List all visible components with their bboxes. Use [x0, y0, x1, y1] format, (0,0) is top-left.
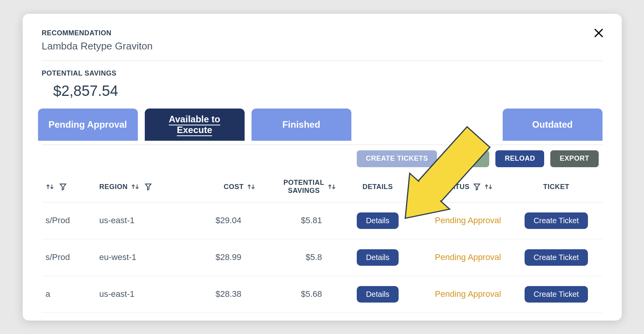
cell-name: a: [42, 289, 99, 299]
sort-icon[interactable]: [247, 183, 257, 191]
col-region-label: REGION: [99, 183, 128, 191]
col-cost-label: COST: [223, 183, 243, 191]
recommendation-label: RECOMMENDATION: [42, 29, 603, 37]
cell-region: eu-west-1: [99, 252, 188, 262]
table-row: s/Prod us-east-1 $29.04 $5.81 Details Pe…: [42, 202, 603, 239]
cell-cost: $28.99: [188, 252, 257, 262]
tabs-row: Pending Approval Available to Execute Fi…: [38, 109, 603, 141]
filter-icon[interactable]: [59, 183, 67, 191]
col-details-label: DETAILS: [363, 183, 393, 191]
cell-status: Pending Approval: [418, 216, 518, 225]
col-savings-label-1: POTENTIAL: [283, 179, 324, 187]
divider: [42, 145, 603, 145]
execute-button[interactable]: EXEC: [443, 150, 489, 167]
cell-status: Pending Approval: [418, 289, 518, 299]
details-button[interactable]: Details: [357, 212, 399, 229]
recommendation-modal: RECOMMENDATION Lambda Retype Graviton PO…: [23, 14, 622, 321]
cell-name: s/Prod: [42, 252, 99, 262]
cell-status: Pending Approval: [418, 252, 518, 262]
create-ticket-button[interactable]: Create Ticket: [525, 286, 588, 303]
create-ticket-button[interactable]: Create Ticket: [525, 249, 588, 266]
cell-name: s/Prod: [42, 216, 99, 225]
close-icon: [593, 27, 605, 39]
table-header: REGION COST POTENTIAL SAVINGS DETAILS ST…: [42, 175, 603, 202]
cell-savings: $5.8: [257, 252, 338, 262]
action-buttons: CREATE TICKETS EXEC RELOAD EXPORT: [42, 150, 603, 167]
create-ticket-button[interactable]: Create Ticket: [525, 212, 588, 229]
cell-region: us-east-1: [99, 289, 188, 299]
sort-icon[interactable]: [484, 183, 494, 191]
table-row: a us-east-1 $28.38 $5.68 Details Pending…: [42, 276, 603, 313]
cell-savings: $5.68: [257, 289, 338, 299]
savings-value: $2,857.54: [53, 83, 603, 99]
filter-icon[interactable]: [144, 183, 152, 191]
cell-cost: $28.38: [188, 289, 257, 299]
savings-table: REGION COST POTENTIAL SAVINGS DETAILS ST…: [42, 175, 603, 313]
divider: [42, 61, 603, 61]
tab-outdated[interactable]: Outdated: [503, 109, 603, 141]
sort-icon[interactable]: [131, 183, 141, 191]
tab-pending-approval[interactable]: Pending Approval: [38, 109, 138, 141]
create-tickets-button[interactable]: CREATE TICKETS: [357, 150, 437, 167]
tab-finished[interactable]: Finished: [252, 109, 351, 141]
col-savings-label-2: SAVINGS: [283, 187, 324, 195]
cell-cost: $29.04: [188, 216, 257, 225]
cell-region: us-east-1: [99, 216, 188, 225]
tab-available-to-execute[interactable]: Available to Execute: [145, 109, 245, 141]
table-row: s/Prod eu-west-1 $28.99 $5.8 Details Pen…: [42, 239, 603, 276]
sort-icon[interactable]: [46, 183, 56, 191]
sort-icon[interactable]: [328, 183, 338, 191]
export-button[interactable]: EXPORT: [550, 150, 598, 167]
details-button[interactable]: Details: [357, 286, 399, 303]
reload-button[interactable]: RELOAD: [495, 150, 544, 167]
close-button[interactable]: [591, 25, 606, 42]
savings-label: POTENTIAL SAVINGS: [42, 69, 603, 77]
col-status-label: STATUS: [442, 183, 469, 191]
recommendation-title: Lambda Retype Graviton: [42, 40, 603, 52]
cell-savings: $5.81: [257, 216, 338, 225]
filter-icon[interactable]: [473, 183, 481, 191]
details-button[interactable]: Details: [357, 249, 399, 266]
col-ticket-label: TICKET: [543, 183, 570, 191]
